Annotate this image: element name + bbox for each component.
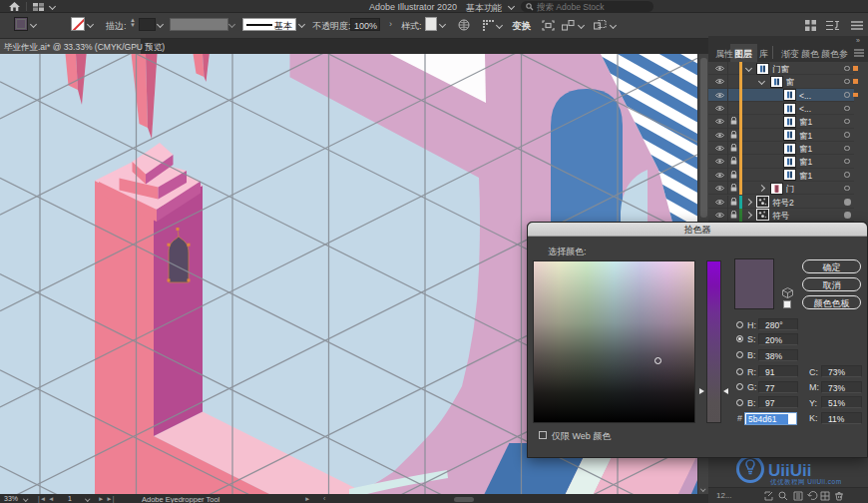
svg-text:优优教程网 UiiUii.com: 优优教程网 UiiUii.com: [770, 478, 842, 486]
